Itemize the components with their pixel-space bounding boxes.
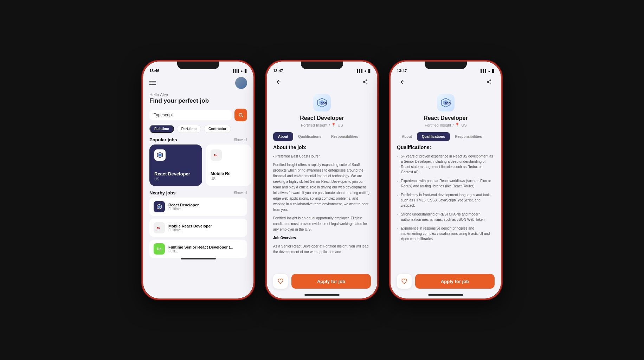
nearby-title-0: React Developer <box>168 203 199 207</box>
back-button-2[interactable] <box>273 76 284 88</box>
qual-item-1: Experience with popular React workflows … <box>397 178 495 189</box>
popular-job-card-0[interactable]: React Developer US <box>149 144 202 186</box>
share-icon-2 <box>362 79 368 85</box>
tab-qualifications-3[interactable]: Qualifications <box>417 132 450 141</box>
chip-contractor[interactable]: Contractor <box>204 125 231 133</box>
svg-text:JOB: JOB <box>444 102 451 105</box>
time-1: 13:46 <box>149 69 159 73</box>
wifi-icon-2: ▲ <box>364 69 367 73</box>
battery-icon-3: ▊ <box>492 69 495 73</box>
job-company-icon-3: JOB <box>440 97 451 108</box>
about-para-0: • Preferred East Coast Hours* <box>273 154 371 159</box>
tabs-3: About Qualifications Responsibilities <box>391 132 501 141</box>
job-hero-2: JOB React Developer Fortified Insight / … <box>267 90 377 132</box>
app-header-1 <box>143 74 253 91</box>
home-indicator-2 <box>304 294 340 296</box>
signal-icon-3: ▐▐▐ <box>479 69 486 73</box>
menu-button[interactable] <box>149 81 156 85</box>
location-pin-icon-2: 📍 <box>331 123 336 127</box>
job-title-3: React Developer <box>424 115 468 121</box>
heart-icon-3 <box>401 278 407 284</box>
search-input[interactable] <box>154 112 227 117</box>
nearby-job-2[interactable]: Up Fulltime Senior React Developer (... … <box>149 240 247 258</box>
apply-button-2[interactable]: Apply for job <box>291 274 371 289</box>
home-indicator-1 <box>181 258 216 259</box>
svg-line-1 <box>242 116 243 117</box>
svg-line-20 <box>488 82 490 83</box>
abbott-icon: Ab <box>213 152 219 158</box>
svg-marker-6 <box>158 206 161 208</box>
favorite-button-3[interactable] <box>397 274 412 289</box>
status-icons-3: ▐▐▐ ▲ ▊ <box>479 69 495 73</box>
nearby-info-1: Mobile React Developer Fulltime <box>168 224 212 232</box>
svg-point-10 <box>366 83 367 84</box>
svg-marker-3 <box>159 154 162 157</box>
job-header-3 <box>391 74 501 90</box>
tab-about-3[interactable]: About <box>397 132 417 141</box>
time-3: 13:47 <box>397 69 407 73</box>
share-icon-3 <box>486 79 492 85</box>
qual-item-3: Strong understanding of RESTful APIs and… <box>397 212 495 222</box>
popular-job-title-1: Mobile Re <box>211 171 246 176</box>
share-button-3[interactable] <box>483 76 495 88</box>
notch-1 <box>177 62 219 69</box>
job-body-3: Qualifications: 5+ years of proven exper… <box>391 144 501 270</box>
search-button[interactable] <box>234 109 247 121</box>
apply-button-3[interactable]: Apply for job <box>415 274 495 289</box>
wifi-icon-3: ▲ <box>488 69 491 73</box>
popular-job-title-0: React Developer <box>154 171 197 176</box>
popular-jobs-show-all[interactable]: Show all <box>234 138 247 142</box>
nearby-job-0[interactable]: React Developer Fulltime <box>149 198 247 216</box>
job-hero-3: JOB React Developer Fortified Insight / … <box>391 90 501 132</box>
svg-point-8 <box>366 80 367 81</box>
nearby-type-1: Fulltime <box>168 228 212 232</box>
company-name-3: Fortified Insight <box>425 123 451 127</box>
nearby-title-2: Fulltime Senior React Developer (... <box>168 245 233 249</box>
popular-jobs-row: React Developer US Ab Mobile Re US <box>143 144 253 186</box>
signal-icon: ▐▐▐ <box>232 69 239 73</box>
chip-fulltime[interactable]: Full-time <box>149 125 174 133</box>
svg-point-9 <box>363 82 365 83</box>
favorite-button-2[interactable] <box>273 274 288 289</box>
wifi-icon: ▲ <box>240 69 243 73</box>
nearby-title-1: Mobile React Developer <box>168 224 212 228</box>
job-company-icon-2: JOB <box>317 97 327 108</box>
tab-qualifications-2[interactable]: Qualifications <box>293 132 326 141</box>
job-header-2 <box>267 74 377 90</box>
avatar[interactable] <box>235 77 247 89</box>
tab-responsibilities-3[interactable]: Responsibilities <box>450 132 487 141</box>
phone-3: 13:47 ▐▐▐ ▲ ▊ JOB <box>389 60 502 300</box>
qual-item-2: Proficiency in front-end development lan… <box>397 192 495 208</box>
signal-icon-2: ▐▐▐ <box>356 69 362 73</box>
job-body-2: About the job: • Preferred East Coast Ho… <box>267 144 377 270</box>
svg-text:JOB: JOB <box>321 102 327 105</box>
phone-2: 13:47 ▐▐▐ ▲ ▊ JOB <box>266 60 378 300</box>
search-input-wrap[interactable] <box>149 110 232 120</box>
back-icon-3 <box>400 79 405 85</box>
chip-parttime[interactable]: Part-time <box>177 125 201 133</box>
search-icon <box>238 112 243 117</box>
qual-list-3: 5+ years of proven experience in React J… <box>397 154 495 242</box>
popular-job-card-1[interactable]: Ab Mobile Re US <box>206 144 251 186</box>
job-title-2: React Developer <box>300 115 344 121</box>
popular-jobs-header: Popular jobs Show all <box>143 133 253 144</box>
about-para-4: As a Senior React Developer at Fortified… <box>273 244 371 255</box>
tab-responsibilities-2[interactable]: Responsibilities <box>326 132 363 141</box>
about-para-3: Job Overview <box>273 235 371 241</box>
about-para-2: Fortified Insight is an equal opportunit… <box>273 216 371 232</box>
tab-about-2[interactable]: About <box>273 132 293 141</box>
nearby-jobs-list: React Developer Fulltime Ab Mobile React… <box>143 198 253 258</box>
nearby-logo-0 <box>154 201 165 212</box>
back-icon-2 <box>276 79 282 85</box>
qual-item-4: Experience in responsive design principl… <box>397 226 495 242</box>
bottom-actions-3: Apply for job <box>391 270 501 294</box>
share-button-2[interactable] <box>360 76 371 88</box>
hamburger-line <box>149 84 156 85</box>
nearby-job-1[interactable]: Ab Mobile React Developer Fulltime <box>149 219 247 237</box>
nearby-fortified-icon <box>156 204 162 210</box>
nearby-type-2: Fullt... <box>168 249 233 253</box>
job-location-3: US <box>461 123 466 127</box>
nearby-jobs-show-all[interactable]: Show all <box>234 191 247 195</box>
back-button-3[interactable] <box>397 76 408 88</box>
home-indicator-3 <box>428 294 463 296</box>
